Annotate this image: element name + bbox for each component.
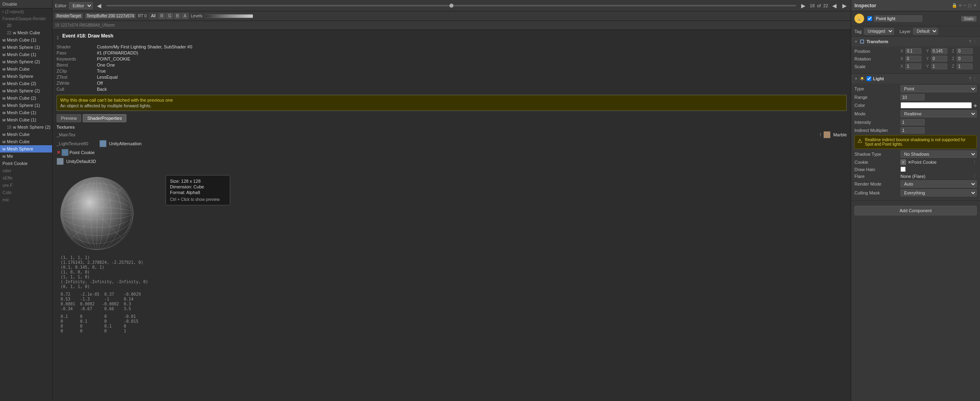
color-eyedropper-icon[interactable]: ◆ [974,103,977,108]
static-button[interactable]: Static [961,16,977,22]
list-item[interactable]: w Mesh Sphere (1) [0,44,52,51]
lock-icon[interactable]: 🔒 [952,3,957,8]
render-mode-select[interactable]: Auto [900,180,977,188]
list-item[interactable]: w Mesh Cube [0,65,52,73]
light-help-icon[interactable]: ? [969,77,971,81]
object-enabled-checkbox[interactable] [867,16,872,21]
list-item[interactable]: w Mesh Cube (1) [0,116,52,123]
list-item[interactable]: w Mesh Cube [0,131,52,138]
transform-collapse-arrow: ▼ [854,40,858,44]
close-icon[interactable]: ✕ [973,3,977,8]
data-row: 0.1 0 0 -0.01 [61,314,843,319]
shadow-type-select[interactable]: No Shadows [900,150,977,158]
type-select[interactable]: Point [900,85,977,92]
prev-btn[interactable]: ◀ [831,2,838,9]
object-name-input[interactable] [874,15,922,22]
pass-value: #1 (FORWARDADD) [97,50,138,55]
light-more-icon[interactable]: ⋮ [973,77,977,81]
scale-y-input[interactable] [931,63,947,69]
list-item[interactable]: mic [0,196,52,203]
data-row: (0, 1, 1, 0) [61,284,843,289]
list-item[interactable]: w Mesh Sphere (2) [0,58,52,65]
add-component-button[interactable]: Add Component [854,206,977,215]
scale-z-input[interactable] [957,63,973,69]
tooltip-ctrl: Ctrl + Click to show preview [170,197,226,202]
menu-icon[interactable]: ≡ [959,3,961,8]
draw-halo-checkbox[interactable] [900,167,906,172]
prev-frame-btn[interactable]: ◀ [95,2,103,9]
list-item[interactable]: w Mesh Cube (1) [0,51,52,58]
next-frame-btn[interactable]: ▶ [800,2,807,9]
shader-properties-tab[interactable]: ShaderProperties [83,114,126,122]
scale-x-input[interactable] [905,63,921,69]
list-item[interactable]: Colo [0,189,52,196]
editor-select[interactable]: Editor [69,2,93,9]
list-item[interactable]: w Mesh Sphere (1) [0,102,52,109]
maximize-icon[interactable]: ◻ [968,3,972,8]
tooltip-dimension: Dimension: Cube [170,184,226,189]
draw-halo-label: Draw Halo [854,167,899,172]
list-item[interactable]: w Mesh Cube (1) [0,36,52,44]
culling-mask-label: Culling Mask [854,190,899,195]
position-x-input[interactable] [905,48,921,54]
transform-section-header[interactable]: ▼ Transform ? ⋮ [851,37,980,46]
frame-slider[interactable] [106,5,797,6]
list-item[interactable]: w Mesh Cube (1) [0,109,52,116]
g-channel-btn[interactable]: G [166,13,173,19]
b-channel-btn[interactable]: B [174,13,181,19]
mode-select[interactable]: Realtime [900,110,977,117]
flare-field: None (Flare) ⋮ [900,173,977,179]
render-mode-label: Render Mode [854,182,899,186]
tag-layer-row: Tag Untagged Layer Default [851,26,980,37]
list-item[interactable]: w Mesh Cube (2) [0,80,52,87]
list-item[interactable]: w Me [0,152,52,160]
color-swatch[interactable] [900,102,972,109]
point-cookie-icon: P [61,149,69,156]
layer-select[interactable]: Default [913,28,938,35]
minimize-icon[interactable]: ─ [963,3,966,8]
list-item[interactable]: ure.F [0,182,52,189]
list-item[interactable]: ForwardOpaque.Render [0,15,52,22]
next-btn[interactable]: ▶ [841,2,848,9]
zclip-row: ZClip True [57,69,847,73]
preview-tab[interactable]: Preview [57,114,81,122]
intensity-input[interactable] [900,119,925,125]
list-item[interactable]: w Mesh Cube [0,138,52,145]
rotation-z-input[interactable] [957,56,973,62]
list-item[interactable]: 18w Mesh Sphere (2) [0,123,52,131]
rotation-y-input[interactable] [931,56,947,62]
rotation-x-input[interactable] [905,56,921,62]
flare-dots-icon[interactable]: ⋮ [972,173,977,179]
light-enabled-checkbox[interactable] [867,76,871,81]
list-item[interactable]: 20 [0,22,52,29]
light-section-header[interactable]: ▼ Light ? ⋮ [851,74,980,84]
data-row: -0.34 -0.67 0.66 3.5 [61,307,843,311]
content-area: 1 Event #18: Draw Mesh Shader Custom/My … [52,30,851,401]
tag-select[interactable]: Untagged [864,28,894,35]
list-item[interactable]: w Mesh Sphere [0,73,52,80]
culling-mask-select[interactable]: Everything [900,189,977,196]
list-item[interactable]: sEffe [0,174,52,182]
maintex-f-btn[interactable]: f [820,133,821,137]
list-item[interactable]: w Mesh Cube (2) [0,94,52,102]
range-input[interactable] [900,94,925,100]
list-item[interactable]: nder [0,167,52,174]
zwrite-row: ZWrite Off [57,81,847,86]
transform-help-icon[interactable]: ? [969,40,971,44]
list-item-active[interactable]: w Mesh Sphere [0,145,52,152]
list-item[interactable]: w Mesh Sphere (2) [0,87,52,94]
list-item[interactable]: 22w Mesh Cube [0,29,52,36]
a-channel-btn[interactable]: A [182,13,189,19]
all-channel-btn[interactable]: All [149,13,157,19]
data-row: 0 0.1 0 -0.015 [61,319,843,324]
r-channel-btn[interactable]: R [158,13,165,19]
position-y-input[interactable] [931,48,947,54]
position-z-input[interactable] [957,48,973,54]
transform-more-icon[interactable]: ⋮ [973,40,977,44]
list-item[interactable]: r (Z+stencil) [0,8,52,15]
scale-x-field: X [900,63,925,69]
draw-halo-row: Draw Halo [854,167,977,172]
indirect-multiplier-input[interactable] [900,127,925,134]
cookie-dots-icon[interactable]: ⋮ [972,160,977,165]
list-item-point-cookie[interactable]: Point Cookie [0,160,52,167]
